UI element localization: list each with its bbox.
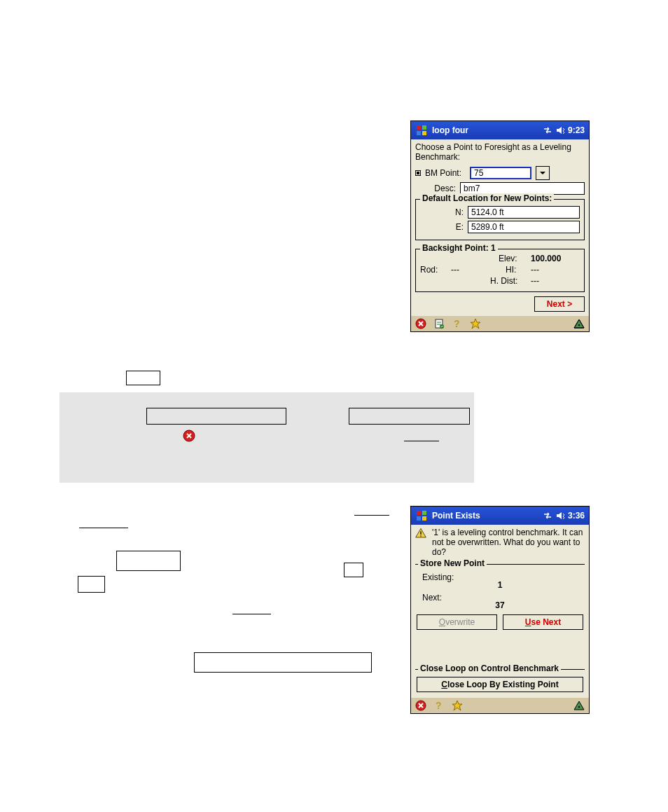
backsight-fieldset: Backsight Point: 1 Elev: 100.000 Rod: --… — [415, 249, 585, 292]
desc-label: Desc: — [422, 184, 456, 193]
svg-rect-4 — [422, 131, 426, 135]
volume-icon[interactable] — [555, 511, 565, 521]
hdist-value: --- — [531, 276, 539, 286]
placeholder-box — [116, 551, 181, 571]
svg-point-9 — [578, 324, 580, 326]
e-input[interactable] — [468, 221, 580, 233]
svg-rect-15 — [420, 535, 421, 536]
chevron-down-icon — [539, 170, 546, 177]
close-circle-icon[interactable] — [415, 318, 426, 329]
bm-point-dropdown[interactable] — [536, 166, 550, 180]
rod-value: --- — [451, 265, 459, 275]
bm-point-input[interactable] — [470, 167, 531, 179]
window-title: Point Exists — [432, 511, 480, 521]
help-icon[interactable]: ? — [452, 318, 463, 329]
svg-text:?: ? — [436, 700, 442, 711]
elev-label: Elev: — [499, 254, 517, 263]
e-label: E: — [420, 222, 464, 232]
next-button[interactable]: Next > — [534, 296, 585, 312]
close-loop-fieldset: Close Loop on Control Benchmark Close Lo… — [415, 669, 585, 694]
store-new-point-fieldset: Store New Point Existing: 1 Next: 37 Ove… — [415, 564, 585, 634]
svg-rect-3 — [417, 131, 421, 135]
warning-text: '1' is a leveling control benchmark. It … — [432, 528, 585, 557]
system-bar: ? — [411, 698, 589, 713]
existing-label: Existing: — [422, 572, 464, 582]
close-loop-button[interactable]: Close Loop By Existing Point — [417, 677, 583, 692]
overwrite-button: Overwrite — [417, 614, 497, 630]
svg-rect-11 — [422, 511, 426, 515]
pda-window-loop-four: loop four 9:23 Choose a Point to Foresig… — [410, 121, 590, 332]
hdist-label: H. Dist: — [490, 276, 517, 286]
placeholder-box — [194, 652, 372, 673]
store-new-point-legend: Store New Point — [418, 558, 487, 568]
hazard-triangle-icon[interactable] — [573, 700, 585, 711]
star-icon[interactable] — [452, 700, 463, 711]
pda-window-point-exists: Point Exists 3:36 '1' is a leveling cont… — [410, 506, 590, 714]
warning-icon — [415, 528, 426, 539]
hi-value: --- — [531, 265, 539, 275]
placeholder-box — [349, 408, 470, 425]
clock: 9:23 — [568, 125, 585, 135]
underline — [232, 614, 271, 614]
placeholder-box — [126, 371, 160, 385]
next-label: Next: — [422, 593, 464, 603]
svg-rect-10 — [417, 511, 421, 515]
window-title: loop four — [432, 125, 468, 135]
elev-value: 100.000 — [531, 254, 561, 263]
clock: 3:36 — [568, 511, 585, 521]
help-icon[interactable]: ? — [433, 700, 445, 711]
backsight-legend: Backsight Point: 1 — [420, 243, 498, 253]
titlebar: loop four 9:23 — [411, 121, 589, 139]
system-bar: ? — [411, 316, 589, 331]
n-input[interactable] — [468, 206, 580, 219]
svg-rect-12 — [417, 516, 421, 521]
placeholder-box — [78, 576, 105, 593]
hazard-triangle-icon[interactable] — [573, 318, 585, 329]
svg-rect-1 — [417, 125, 421, 130]
connectivity-icon[interactable] — [543, 511, 552, 521]
underline — [79, 528, 128, 528]
windows-logo-icon — [415, 509, 428, 522]
default-location-legend: Default Location for New Points: — [420, 193, 554, 203]
placeholder-box — [146, 408, 286, 425]
star-icon[interactable] — [470, 318, 481, 329]
bm-point-marker — [415, 170, 421, 176]
hi-label: HI: — [506, 265, 516, 275]
svg-rect-14 — [420, 531, 421, 535]
connectivity-icon[interactable] — [543, 125, 552, 135]
placeholder-box — [344, 563, 363, 577]
gray-band — [60, 392, 474, 483]
n-label: N: — [420, 207, 464, 217]
underline — [354, 515, 389, 516]
bm-point-label: BM Point: — [425, 168, 466, 178]
close-circle-icon[interactable] — [415, 700, 426, 711]
windows-logo-icon — [415, 124, 428, 137]
svg-rect-2 — [422, 125, 426, 130]
close-loop-legend: Close Loop on Control Benchmark — [418, 663, 561, 673]
clipboard-icon[interactable] — [433, 318, 445, 329]
underline — [404, 441, 439, 441]
use-next-button[interactable]: Use Next — [503, 614, 583, 630]
svg-point-18 — [578, 706, 580, 708]
titlebar: Point Exists 3:36 — [411, 507, 589, 525]
rod-label: Rod: — [420, 265, 438, 275]
svg-text:?: ? — [454, 318, 460, 329]
close-circle-icon — [183, 429, 195, 442]
svg-rect-13 — [422, 516, 426, 521]
instruction-text: Choose a Point to Foresight as a Levelin… — [415, 142, 585, 162]
volume-icon[interactable] — [555, 125, 565, 135]
default-location-fieldset: Default Location for New Points: N: E: — [415, 199, 585, 240]
